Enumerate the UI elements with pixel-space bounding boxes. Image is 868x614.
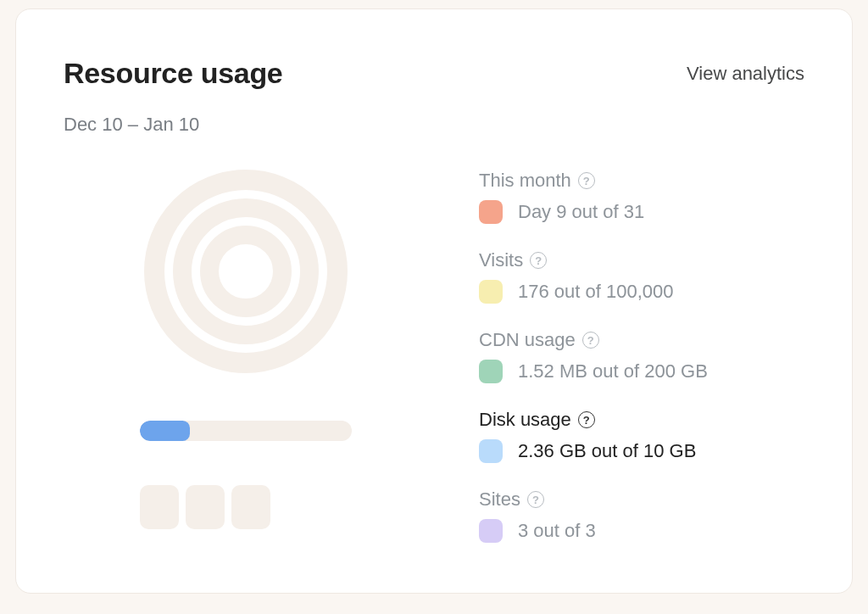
metric-label: Visits	[479, 249, 523, 271]
view-analytics-link[interactable]: View analytics	[687, 63, 804, 85]
metric-value-row: Day 9 out of 31	[479, 200, 804, 224]
metric-value: 2.36 GB out of 10 GB	[518, 440, 696, 462]
left-column	[64, 166, 428, 543]
date-range: Dec 10 – Jan 10	[64, 114, 804, 136]
metric-swatch	[479, 200, 503, 224]
resource-usage-card: Resource usage View analytics Dec 10 – J…	[15, 8, 853, 594]
metric-swatch	[479, 439, 503, 463]
content: This month ? Day 9 out of 31 Visits ? 17…	[64, 166, 804, 543]
page-title: Resource usage	[64, 57, 282, 90]
metric-visits: Visits ? 176 out of 100,000	[479, 249, 804, 304]
help-icon[interactable]: ?	[578, 411, 595, 428]
disk-usage-bar-fill	[140, 421, 190, 441]
help-icon[interactable]: ?	[582, 332, 599, 349]
metric-label-row: CDN usage ?	[479, 329, 804, 351]
radial-ring-center	[220, 246, 271, 297]
metric-value-row: 2.36 GB out of 10 GB	[479, 439, 804, 463]
radial-chart	[144, 170, 348, 373]
metric-label: Sites	[479, 488, 520, 511]
disk-usage-bar	[140, 421, 352, 441]
site-square	[140, 485, 179, 529]
metric-value: Day 9 out of 31	[518, 201, 644, 223]
metric-swatch	[479, 519, 503, 543]
metric-swatch	[479, 280, 503, 304]
metric-disk-usage: Disk usage ? 2.36 GB out of 10 GB	[479, 409, 804, 463]
metric-value: 1.52 MB out of 200 GB	[518, 360, 708, 382]
site-square	[186, 485, 225, 529]
metric-label-row: Sites ?	[479, 488, 804, 511]
metric-label: CDN usage	[479, 329, 576, 351]
metric-value-row: 3 out of 3	[479, 519, 804, 543]
metric-value-row: 176 out of 100,000	[479, 280, 804, 304]
metric-value: 3 out of 3	[518, 520, 596, 542]
help-icon[interactable]: ?	[578, 172, 595, 189]
metric-sites: Sites ? 3 out of 3	[479, 488, 804, 543]
metric-swatch	[479, 360, 503, 383]
metric-label: This month	[479, 170, 571, 192]
metric-this-month: This month ? Day 9 out of 31	[479, 170, 804, 224]
metric-label: Disk usage	[479, 409, 571, 431]
metric-value-row: 1.52 MB out of 200 GB	[479, 360, 804, 383]
metric-label-row: This month ?	[479, 170, 804, 192]
metric-value: 176 out of 100,000	[518, 281, 674, 303]
header-row: Resource usage View analytics	[64, 57, 804, 90]
site-square	[231, 485, 270, 529]
metrics-list: This month ? Day 9 out of 31 Visits ? 17…	[479, 170, 804, 543]
help-icon[interactable]: ?	[527, 491, 544, 508]
metric-cdn-usage: CDN usage ? 1.52 MB out of 200 GB	[479, 329, 804, 383]
metric-label-row: Visits ?	[479, 249, 804, 271]
sites-chart	[140, 485, 270, 529]
metric-label-row: Disk usage ?	[479, 409, 804, 431]
help-icon[interactable]: ?	[530, 252, 547, 269]
